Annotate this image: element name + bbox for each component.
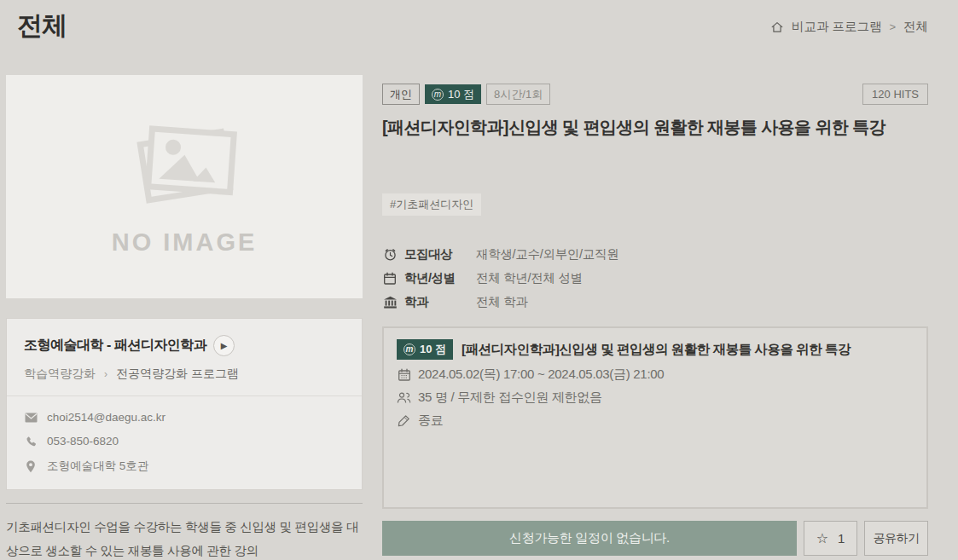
content: NO IMAGE 조형예술대학 - 패션디자인학과 ▶ 학습역량강화 › 전공역… [0,75,958,560]
breadcrumb-item-all[interactable]: 전체 [903,19,928,35]
share-button[interactable]: 공유하기 [864,521,928,556]
users-icon [397,391,411,404]
info-value: 재학생/교수/외부인/교직원 [476,246,618,263]
category-chevron: › [104,368,107,380]
schedule-period: 2024.05.02(목) 17:00 ~ 2024.05.03(금) 21:0… [418,367,664,383]
schedule-capacity-row: 35 명 / 무제한 접수인원 제한없음 [397,390,914,406]
favorite-button[interactable]: ☆ 1 [804,521,857,556]
hashtag-row: #기초패션디자인 [382,193,928,216]
hashtag[interactable]: #기초패션디자인 [382,193,481,216]
contact-email-row[interactable]: choi2514@daegu.ac.kr [7,411,362,424]
right-column: 개인 m 10 점 8시간/1회 120 HITS [패션디자인학과]신입생 및… [382,75,928,560]
badge-points-label: 10 점 [448,87,474,101]
info-label: 학과 [404,294,476,310]
no-image-label: NO IMAGE [112,228,258,257]
organization-name: 조형예술대학 - 패션디자인학과 [24,337,206,355]
info-label: 학년/성별 [404,270,476,286]
hits-badge: 120 HITS [862,84,928,105]
university-icon [382,296,398,309]
badge-type: 개인 [382,84,420,105]
badge-row: 개인 m 10 점 8시간/1회 120 HITS [382,84,928,105]
breadcrumb-item-programs[interactable]: 비교과 프로그램 [792,19,882,35]
badge-points: m 10 점 [425,84,481,104]
schedule-capacity: 35 명 / 무제한 접수인원 제한없음 [418,390,602,406]
info-row-grade-gender: 학년/성별 전체 학년/전체 성별 [382,270,928,286]
phone-icon [24,436,38,447]
home-icon[interactable] [770,20,784,34]
program-info-list: 모집대상 재학생/교수/외부인/교직원 학년/성별 전체 학년/전체 성별 [382,246,928,310]
contact-phone: 053-850-6820 [47,435,119,447]
map-pin-icon [24,460,38,473]
breadcrumb: 비교과 프로그램 > 전체 [770,19,928,35]
organization-card: 조형예술대학 - 패션디자인학과 ▶ 학습역량강화 › 전공역량강화 프로그램 [6,318,363,490]
schedule-period-row: 2024.05.02(목) 17:00 ~ 2024.05.03(금) 21:0… [397,367,914,383]
info-row-target: 모집대상 재학생/교수/외부인/교직원 [382,246,928,263]
program-type: 전공역량강화 프로그램 [116,367,239,382]
action-row: 신청가능한 일정이 없습니다. ☆ 1 공유하기 [382,521,928,556]
schedule-title: [패션디자인학과]신입생 및 편입생의 원활한 재봉틀 사용을 위한 특강 [462,341,851,359]
no-schedule-button[interactable]: 신청가능한 일정이 없습니다. [382,521,797,556]
schedule-points-badge: m 10 점 [397,339,453,360]
info-row-department: 학과 전체 학과 [382,294,928,310]
left-column: NO IMAGE 조형예술대학 - 패션디자인학과 ▶ 학습역량강화 › 전공역… [6,75,363,560]
program-description: 기초패션디자인 수업을 수강하는 학생들 중 신입생 및 편입생을 대상으로 생… [6,503,363,560]
org-expand-button[interactable]: ▶ [213,335,235,356]
pen-icon [397,414,411,427]
schedule-card[interactable]: m 10 점 [패션디자인학과]신입생 및 편입생의 원활한 재봉틀 사용을 위… [382,326,928,509]
schedule-status: 종료 [418,413,443,429]
info-value: 전체 학과 [476,294,528,310]
calendar-icon [397,368,411,382]
program-title: [패션디자인학과]신입생 및 편입생의 원활한 재봉틀 사용을 위한 특강 [382,116,928,139]
no-image-icon [128,118,241,206]
play-icon: ▶ [221,341,228,350]
contact-phone-row[interactable]: 053-850-6820 [7,435,362,447]
schedule-status-row: 종료 [397,413,914,429]
star-icon: ☆ [816,530,828,546]
schedule-points-label: 10 점 [420,342,446,357]
badge-duration: 8시간/1회 [486,84,550,105]
info-value: 전체 학년/전체 성별 [476,270,583,286]
contact-location: 조형예술대학 5호관 [47,459,148,474]
info-label: 모집대상 [404,246,476,263]
breadcrumb-separator: > [889,20,896,33]
calendar-icon [382,272,398,286]
mileage-icon: m [404,344,415,355]
mileage-icon: m [432,89,444,101]
favorite-count: 1 [838,531,845,546]
program-thumbnail-placeholder: NO IMAGE [6,75,363,298]
contact-location-row: 조형예술대학 5호관 [7,459,362,474]
alarm-clock-icon [382,247,398,262]
card-divider [7,395,362,396]
contact-email: choi2514@daegu.ac.kr [47,411,165,424]
page-header: 전체 비교과 프로그램 > 전체 [0,0,958,75]
email-icon [24,413,38,423]
page-title: 전체 [17,9,67,43]
program-category: 학습역량강화 [24,367,96,382]
